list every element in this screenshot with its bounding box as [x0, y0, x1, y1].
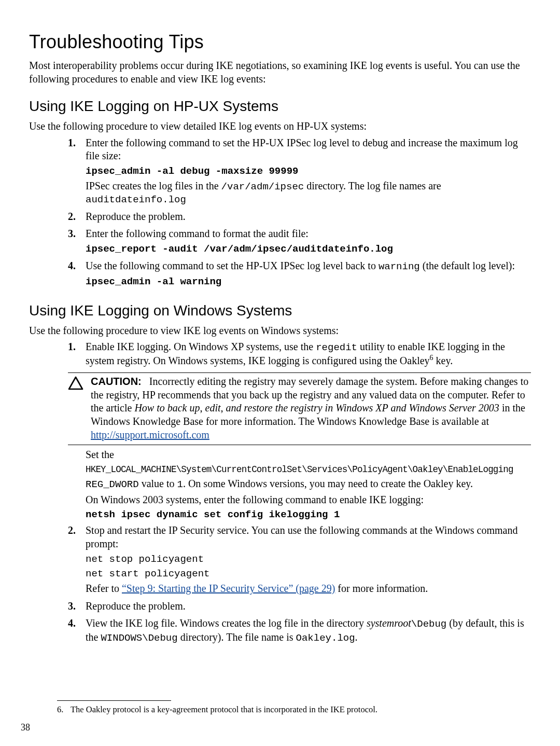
step-note: IPSec creates the log files in the /var/… [86, 179, 531, 193]
step-number: 4. [68, 617, 86, 646]
w2003-line: On Windows 2003 systems, enter the follo… [86, 493, 531, 507]
footnote-ref: 6 [430, 354, 433, 362]
windows-steps-cont: 2. Stop and restart the IP Security serv… [68, 524, 531, 646]
step-text: Reproduce the problem. [86, 600, 531, 613]
command: net stop policyagent [86, 553, 531, 565]
step-text: Enter the following command to set the H… [86, 136, 531, 163]
command: ipsec_admin -al debug -maxsize 99999 [86, 165, 531, 177]
command: ipsec_admin -al warning [86, 275, 531, 288]
cross-ref-link[interactable]: “Step 9: Starting the IP Security Servic… [122, 583, 335, 594]
step-text: Enable IKE logging. On Windows XP system… [86, 340, 531, 367]
command: ipsec_report -audit /var/adm/ipsec/audit… [86, 243, 531, 255]
windows-intro: Use the following procedure to view IKE … [29, 324, 531, 338]
step-number: 3. [68, 227, 86, 257]
cross-reference: Refer to “Step 9: Starting the IP Securi… [86, 582, 531, 596]
intro-paragraph: Most interoperability problems occur dur… [29, 59, 531, 86]
page-number: 38 [21, 722, 30, 734]
hpux-intro: Use the following procedure to view deta… [29, 120, 531, 133]
section-hpux-heading: Using IKE Logging on HP-UX Systems [29, 97, 531, 116]
hpux-steps: 1. Enter the following command to set th… [68, 136, 531, 290]
step-number: 2. [68, 524, 86, 597]
kb-link[interactable]: http://support.microsoft.com [91, 429, 209, 440]
step-text: Stop and restart the IP Security service… [86, 524, 531, 550]
footnote-rule [57, 700, 171, 701]
footnote-text: The Oakley protocol is a key-agreement p… [71, 704, 377, 715]
windows-steps: 1. Enable IKE logging. On Windows XP sys… [68, 340, 531, 369]
reg-dword-line: REG_DWORD value to 1. On some Windows ve… [86, 477, 531, 491]
step-number: 1. [68, 340, 86, 369]
caution-text: CAUTION: Incorrectly editing the registr… [91, 375, 531, 441]
page-title: Troubleshooting Tips [29, 30, 531, 54]
svg-marker-0 [69, 377, 82, 389]
section-windows-heading: Using IKE Logging on Windows Systems [29, 301, 531, 320]
continuation-block: Set the HKEY_LOCAL_MACHINE\System\Curren… [86, 448, 531, 521]
step-text: Reproduce the problem. [86, 210, 531, 224]
command: net start policyagent [86, 568, 531, 580]
set-the-label: Set the [86, 448, 531, 462]
log-filename: auditdateinfo.log [86, 194, 531, 206]
command: netsh ipsec dynamic set config ikeloggin… [86, 508, 531, 521]
step-number: 1. [68, 136, 86, 208]
step-text: Use the following command to set the HP-… [86, 259, 531, 273]
registry-path: HKEY_LOCAL_MACHINE\System\CurrentControl… [86, 464, 531, 475]
footnote-number: 6. [57, 704, 71, 715]
caution-icon [68, 375, 86, 441]
step-number: 3. [68, 600, 86, 615]
step-text: View the IKE log file. Windows creates t… [86, 617, 531, 644]
caution-box: CAUTION: Incorrectly editing the registr… [68, 372, 531, 445]
footnote-area: 6. The Oakley protocol is a key-agreemen… [57, 700, 531, 715]
step-text: Enter the following command to format th… [86, 227, 531, 241]
step-number: 2. [68, 210, 86, 226]
step-number: 4. [68, 259, 86, 290]
